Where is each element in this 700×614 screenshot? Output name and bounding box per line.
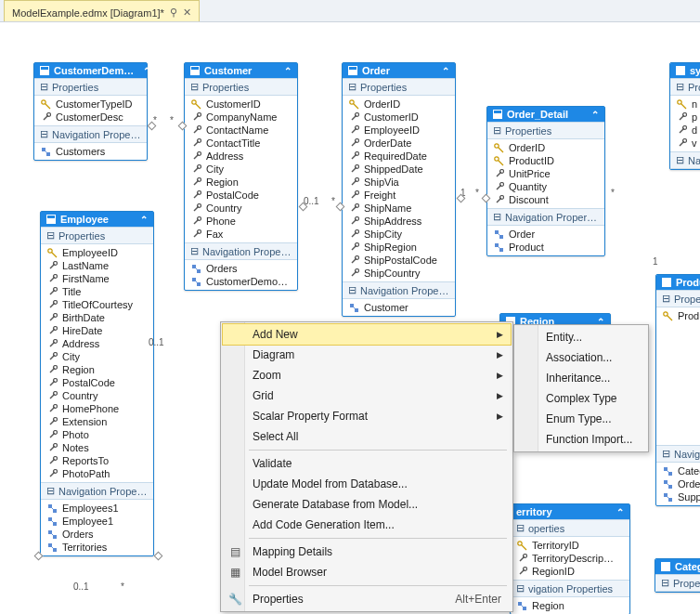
navprop-territories[interactable]: Territories (41, 541, 153, 554)
property-lastname[interactable]: LastName (41, 259, 153, 272)
property-notes[interactable]: Notes (41, 441, 153, 454)
menu-item-add-new[interactable]: Add New▶ (222, 323, 512, 346)
menu-item-scalar-property-format[interactable]: Scalar Property Format▶ (223, 406, 511, 426)
entity-orderdetail[interactable]: Order_Detail⌃ ⊟Properties OrderIDProduct… (486, 106, 605, 256)
property-productid[interactable]: ProductID (487, 154, 604, 167)
navprop-employees1[interactable]: Employees1 (41, 502, 153, 515)
property-unitprice[interactable]: UnitPrice (487, 167, 604, 180)
submenu-item-entity[interactable]: Entity... (516, 327, 646, 347)
property-v[interactable]: v (670, 137, 700, 150)
property-freight[interactable]: Freight (343, 189, 455, 202)
property-shipcountry[interactable]: ShipCountry (343, 267, 455, 280)
entity-territory[interactable]: erritory⌃ ⊟operties TerritoryIDTerritory… (510, 503, 630, 614)
navprop-region[interactable]: Region (511, 599, 629, 612)
entity-customerdemo[interactable]: CustomerDem… ⌃ ⊟Properties CustomerTypeI… (33, 62, 148, 161)
property-homephone[interactable]: HomePhone (41, 402, 153, 415)
menu-item-grid[interactable]: Grid▶ (223, 385, 511, 406)
property-shipcity[interactable]: ShipCity (343, 228, 455, 241)
property-customerdesc[interactable]: CustomerDesc (34, 111, 147, 124)
navprop-orders[interactable]: Orders (41, 528, 153, 541)
navprop-customer[interactable]: Customer (343, 301, 455, 314)
chevron-up-icon[interactable]: ⌃ (143, 66, 150, 76)
property-titleofcourtesy[interactable]: TitleOfCourtesy (41, 298, 153, 311)
property-regionid[interactable]: RegionID (511, 565, 629, 578)
property-country[interactable]: Country (41, 389, 153, 402)
property-employeeid[interactable]: EmployeeID (343, 124, 455, 137)
entity-sys[interactable]: sys ⊟Prop npdv ⊟Navi (669, 62, 700, 170)
property-n[interactable]: n (670, 98, 700, 111)
property-shipaddress[interactable]: ShipAddress (343, 215, 455, 228)
menu-item-update-model-from-database[interactable]: Update Model from Database... (223, 474, 511, 494)
property-orderid[interactable]: OrderID (343, 98, 455, 111)
context-menu[interactable]: Add New▶Diagram▶Zoom▶Grid▶Scalar Propert… (220, 321, 513, 612)
property-d[interactable]: d (670, 124, 700, 137)
property-quantity[interactable]: Quantity (487, 180, 604, 193)
submenu-item-complex-type[interactable]: Complex Type (516, 388, 646, 409)
property-p[interactable]: p (670, 111, 700, 124)
navprop-supplie[interactable]: Supplie (656, 490, 700, 503)
navprop-order[interactable]: Order (487, 228, 604, 241)
property-photopath[interactable]: PhotoPath (41, 467, 153, 480)
property-shipvia[interactable]: ShipVia (343, 176, 455, 189)
property-orderid[interactable]: OrderID (487, 141, 604, 154)
menu-item-zoom[interactable]: Zoom▶ (223, 365, 511, 385)
property-city[interactable]: City (185, 163, 297, 176)
entity-customer[interactable]: Customer⌃ ⊟Properties CustomerIDCompanyN… (184, 62, 298, 291)
entity-employee[interactable]: Employee⌃ ⊟Properties EmployeeIDLastName… (40, 211, 154, 556)
property-phone[interactable]: Phone (185, 215, 297, 228)
property-shippeddate[interactable]: ShippedDate (343, 163, 455, 176)
navprop-catego[interactable]: Catego (656, 464, 700, 477)
navprop-orderd[interactable]: Order_D (656, 477, 700, 490)
property-region[interactable]: Region (41, 363, 153, 376)
close-icon[interactable]: ✕ (183, 7, 191, 19)
property-customerid[interactable]: CustomerID (343, 111, 455, 124)
submenu-item-association[interactable]: Association... (516, 347, 646, 368)
entity-category[interactable]: Category ⊟Properties (655, 558, 700, 593)
property-companyname[interactable]: CompanyName (185, 111, 297, 124)
property-requireddate[interactable]: RequiredDate (343, 150, 455, 163)
property-hiredate[interactable]: HireDate (41, 324, 153, 337)
property-photo[interactable]: Photo (41, 428, 153, 441)
context-submenu-addnew[interactable]: Entity...Association...Inheritance...Com… (513, 324, 649, 452)
submenu-item-function-import[interactable]: Function Import... (516, 429, 646, 450)
property-birthdate[interactable]: BirthDate (41, 311, 153, 324)
property-customerid[interactable]: CustomerID (185, 98, 297, 111)
navprop-product[interactable]: Product (487, 241, 604, 254)
submenu-item-enum-type[interactable]: Enum Type... (516, 409, 646, 429)
navprop-orders[interactable]: Orders (185, 262, 297, 275)
navprops-header[interactable]: ⊟Navigation Properties (34, 125, 147, 143)
property-employeeid[interactable]: EmployeeID (41, 246, 153, 259)
chevron-up-icon[interactable]: ⌃ (616, 507, 624, 517)
property-city[interactable]: City (41, 350, 153, 363)
property-reportsto[interactable]: ReportsTo (41, 454, 153, 467)
menu-item-add-code-generation-item[interactable]: Add Code Generation Item... (223, 515, 511, 535)
chevron-up-icon[interactable]: ⌃ (591, 110, 599, 120)
property-firstname[interactable]: FirstName (41, 272, 153, 285)
property-address[interactable]: Address (41, 337, 153, 350)
property-customertypeid[interactable]: CustomerTypeID (34, 98, 147, 111)
property-fax[interactable]: Fax (185, 228, 297, 241)
properties-header[interactable]: ⊟Properties (34, 78, 147, 96)
property-address[interactable]: Address (185, 150, 297, 163)
property-territoryid[interactable]: TerritoryID (511, 539, 629, 552)
property-contacttitle[interactable]: ContactTitle (185, 137, 297, 150)
menu-item-properties[interactable]: 🔧PropertiesAlt+Enter (223, 589, 511, 609)
property-postalcode[interactable]: PostalCode (41, 376, 153, 389)
navprop-customers[interactable]: Customers (34, 145, 147, 158)
property-orderdate[interactable]: OrderDate (343, 137, 455, 150)
menu-item-diagram[interactable]: Diagram▶ (223, 345, 511, 365)
connector-handle[interactable] (154, 552, 163, 561)
entity-order[interactable]: Order⌃ ⊟Properties OrderIDCustomerIDEmpl… (342, 62, 456, 317)
chevron-up-icon[interactable]: ⌃ (284, 66, 292, 76)
chevron-up-icon[interactable]: ⌃ (442, 66, 449, 76)
navprop-employee1[interactable]: Employee1 (41, 515, 153, 528)
navprop-customerdemo[interactable]: CustomerDemo… (185, 275, 297, 288)
property-shipregion[interactable]: ShipRegion (343, 241, 455, 254)
property-country[interactable]: Country (185, 202, 297, 215)
property-region[interactable]: Region (185, 176, 297, 189)
menu-item-generate-database-from-model[interactable]: Generate Database from Model... (223, 494, 511, 515)
property-discount[interactable]: Discount (487, 193, 604, 206)
property-territorydescrip[interactable]: TerritoryDescrip… (511, 552, 629, 565)
property-extension[interactable]: Extension (41, 415, 153, 428)
chevron-up-icon[interactable]: ⌃ (140, 215, 148, 225)
